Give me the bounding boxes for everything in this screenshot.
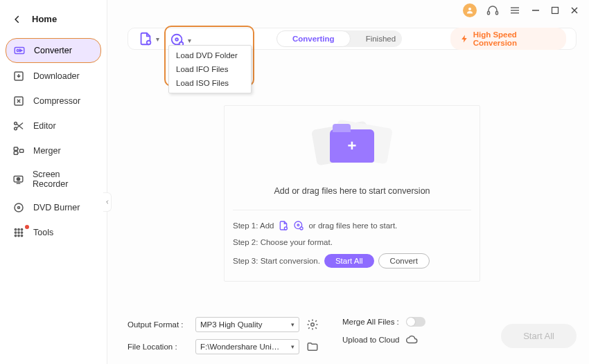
svg-point-28 [18,232,19,233]
output-format-select[interactable]: MP3 High Quality▾ [195,317,299,332]
merge-icon [12,145,25,157]
sidebar-item-label: Screen Recorder [33,170,94,189]
sidebar-item-label: Converter [34,46,72,55]
cloud-icon[interactable] [406,334,419,346]
folder-illustration: + [314,118,390,174]
svg-point-39 [297,224,299,226]
status-tabs: Converting Finished [276,30,402,47]
output-format-label: Output Format : [128,320,188,329]
svg-point-22 [15,203,23,212]
chevron-down-icon: ▾ [156,35,159,43]
step1-post: or drag files here to start. [308,221,397,230]
grid-icon [12,226,25,239]
bottom-bar: Output Format : MP3 High Quality▾ File L… [128,310,577,364]
plus-icon: + [348,137,357,155]
svg-point-27 [15,232,16,233]
menu-icon[interactable] [509,4,521,17]
svg-point-23 [18,207,20,209]
svg-point-32 [21,235,22,236]
start-all-mini-button[interactable]: Start All [324,254,374,268]
add-dvd-mini-icon [293,220,304,231]
chevron-down-icon: ▾ [291,343,294,350]
svg-point-41 [311,323,315,327]
compress-icon [12,95,25,107]
back-icon[interactable] [12,15,22,24]
sidebar-item-compressor[interactable]: Compressor [6,89,101,113]
sidebar-item-screen-recorder[interactable]: Screen Recorder [6,164,101,194]
dvd-dropdown-menu: Load DVD Folder Load IFO Files Load ISO … [168,45,252,93]
step1-pre: Step 1: Add [233,221,274,230]
svg-point-29 [21,232,22,233]
dvd-menu-item-ifo[interactable]: Load IFO Files [169,62,251,76]
svg-rect-2 [496,12,498,15]
drop-zone[interactable]: + Add or drag files here to start conver… [224,105,480,282]
merge-all-label: Merge All Files : [342,318,399,326]
load-dvd-group: ▾ Load DVD Folder Load IFO Files Load IS… [164,26,254,87]
sidebar-item-label: Tools [33,228,53,237]
sidebar-item-label: DVD Burner [33,203,80,212]
svg-point-30 [15,235,16,236]
sidebar: Home Converter Downloader Compressor Edi… [0,0,107,364]
open-folder-icon[interactable] [306,340,319,353]
sidebar-item-converter[interactable]: Converter [6,38,101,63]
sidebar-item-dvd-burner[interactable]: DVD Burner [6,196,101,219]
sidebar-item-merger[interactable]: Merger [6,139,101,163]
sidebar-item-label: Compressor [33,96,80,106]
sidebar-item-downloader[interactable]: Downloader [6,64,101,88]
svg-rect-17 [14,152,17,155]
lightning-icon [460,34,469,44]
upload-cloud-label: Upload to Cloud [342,336,399,344]
converter-icon [13,44,26,57]
tab-converting[interactable]: Converting [276,30,351,47]
convert-mini-button[interactable]: Convert [378,253,430,269]
toolbar: ▾ ▾ Load DVD Folder Load IFO Files Load … [128,28,577,50]
scissors-icon [12,120,25,132]
notification-dot [25,225,29,229]
sidebar-item-label: Merger [33,146,61,156]
window-minimize[interactable] [531,6,540,15]
disc-icon [12,201,25,214]
sidebar-item-tools[interactable]: Tools [6,221,101,244]
dvd-menu-item-iso[interactable]: Load ISO Files [169,76,251,90]
svg-point-31 [18,235,19,236]
drop-zone-text: Add or drag files here to start conversi… [274,186,430,196]
chevron-down-icon: ▾ [291,321,294,328]
svg-point-24 [15,228,16,230]
window-maximize[interactable] [550,6,560,15]
svg-rect-1 [488,12,490,15]
start-all-button[interactable]: Start All [501,324,577,348]
svg-point-11 [17,50,19,52]
sidebar-item-editor[interactable]: Editor [6,114,101,138]
svg-point-26 [21,228,22,230]
dvd-menu-item-folder[interactable]: Load DVD Folder [169,48,251,62]
file-location-select[interactable]: F:\Wondershare UniConverter 1▾ [195,339,299,354]
support-icon[interactable] [486,4,499,17]
sidebar-item-label: Downloader [33,71,80,81]
add-file-button[interactable]: ▾ [138,31,159,46]
sidebar-item-label: Editor [33,121,56,131]
svg-point-35 [175,38,178,41]
user-avatar[interactable] [463,3,477,17]
tab-finished[interactable]: Finished [351,30,402,47]
step2-text: Step 2: Choose your format. [233,238,333,246]
svg-point-25 [18,228,19,230]
download-icon [12,70,25,82]
add-file-mini-icon [278,220,289,231]
svg-point-0 [468,8,471,10]
format-settings-icon[interactable] [306,318,319,331]
file-location-label: File Location : [128,343,188,351]
chevron-down-icon: ▾ [188,37,191,44]
svg-rect-7 [552,8,559,14]
home-label[interactable]: Home [32,14,57,24]
window-close[interactable] [570,6,579,15]
high-speed-badge[interactable]: High Speed Conversion [450,28,566,50]
svg-rect-18 [20,149,24,153]
record-icon [12,173,24,185]
step3-text: Step 3: Start conversion. [233,257,320,265]
svg-point-20 [17,177,19,180]
svg-rect-16 [14,147,17,151]
merge-all-toggle[interactable] [406,317,425,327]
steps: Step 1: Add or drag files here to start.… [233,210,471,269]
